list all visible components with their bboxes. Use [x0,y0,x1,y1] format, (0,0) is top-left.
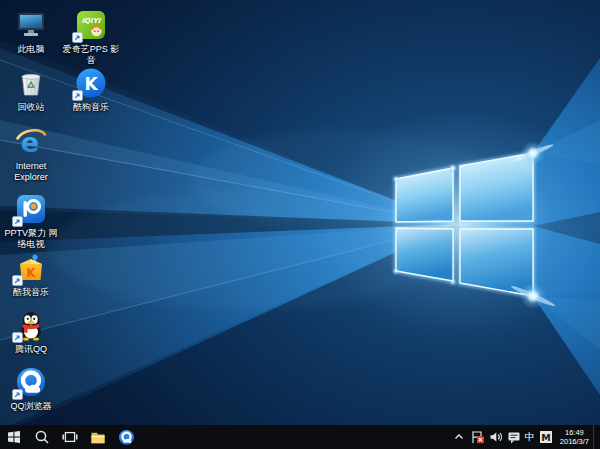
shortcut-arrow-overlay [72,32,83,43]
flag-alert-icon [470,430,485,444]
icon-label: 酷我音乐 [13,287,49,298]
desktop: 此电脑 iQIYI 爱奇艺PPS 影音 [0,0,600,449]
clock-date: 2016/3/7 [560,437,589,446]
icon-label: Internet Explorer [1,161,61,183]
windows-logo-icon [6,429,22,445]
file-explorer-icon [90,429,106,445]
desktop-icon-qq-browser[interactable]: QQ浏览器 [1,365,61,412]
desktop-icon-kugou-music[interactable]: K 酷狗音乐 [59,66,123,113]
qq-browser-taskbar-icon [118,429,135,446]
recycle-bin-icon [14,66,48,100]
tray-ime-mode-button[interactable]: M [537,425,555,449]
desktop-icon-tencent-qq[interactable]: 腾讯QQ [1,308,61,355]
icon-label: 回收站 [18,102,45,113]
icon-label: 腾讯QQ [15,344,47,355]
icon-label: 酷狗音乐 [73,102,109,113]
icon-label: 此电脑 [18,44,45,55]
ime-brand-icon: M [539,430,553,444]
desktop-icon-iqiyi-pps[interactable]: iQIYI 爱奇艺PPS 影音 [59,8,123,66]
tray-action-center-flag-button[interactable] [468,425,487,449]
desktop-icon-this-pc[interactable]: 此电脑 [1,8,61,55]
desktop-icon-internet-explorer[interactable]: e Internet Explorer [1,125,61,183]
icon-label: QQ浏览器 [10,401,51,412]
kugou-icon: K [74,66,108,100]
tray-message-button[interactable] [505,425,523,449]
search-icon [34,429,50,445]
qq-penguin-icon [14,308,48,342]
desktop-icon-pptv[interactable]: PPTV聚力 网络电视 [1,192,61,250]
system-tray: 中 M 16:49 2016/3/7 [450,425,600,449]
svg-text:K: K [84,74,98,94]
iqiyi-icon: iQIYI [74,8,108,42]
qq-browser-icon [14,365,48,399]
task-view-button[interactable] [56,425,84,449]
chevron-up-icon [452,430,466,444]
taskbar: 中 M 16:49 2016/3/7 [0,425,600,449]
desktop-icon-kuwo-music[interactable]: K 酷我音乐 [1,251,61,298]
kuwo-icon: K [14,251,48,285]
search-button[interactable] [28,425,56,449]
tray-show-hidden-icons-button[interactable] [450,425,468,449]
tray-volume-button[interactable] [487,425,505,449]
shortcut-arrow-overlay [12,389,23,400]
shortcut-arrow-overlay [12,332,23,343]
svg-text:iQIYI: iQIYI [82,17,102,25]
tray-ime-language-button[interactable]: 中 [523,425,537,449]
this-pc-icon [14,8,48,42]
icon-label: 爱奇艺PPS 影音 [59,44,123,66]
ime-language-indicator: 中 [525,425,535,449]
speaker-icon [489,430,503,444]
shortcut-arrow-overlay [72,90,83,101]
tooltip-message-icon [507,430,521,444]
svg-text:M: M [541,432,550,443]
shortcut-arrow-overlay [12,275,23,286]
show-desktop-button[interactable] [593,425,598,449]
svg-text:K: K [26,266,36,280]
file-explorer-button[interactable] [84,425,112,449]
desktop-icon-recycle-bin[interactable]: 回收站 [1,66,61,113]
clock-time: 16:49 [560,428,589,437]
internet-explorer-icon: e [14,125,48,159]
start-button[interactable] [0,425,28,449]
task-view-icon [62,429,78,445]
shortcut-arrow-overlay [12,216,23,227]
pptv-icon [14,192,48,226]
taskbar-qq-browser-button[interactable] [112,425,140,449]
icon-label: PPTV聚力 网络电视 [1,228,61,250]
tray-clock[interactable]: 16:49 2016/3/7 [555,428,593,446]
